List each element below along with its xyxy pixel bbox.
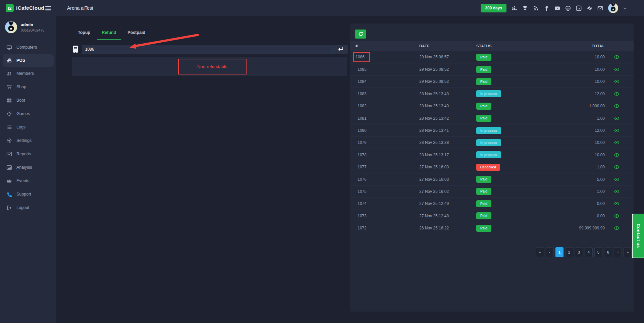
previous-page-button[interactable]: ‹	[546, 247, 554, 257]
eye-icon	[614, 226, 620, 230]
rss-icon[interactable]	[533, 5, 539, 11]
last-page-button[interactable]: »	[624, 247, 632, 257]
refund-search-row	[72, 45, 348, 54]
view-order-button[interactable]	[614, 116, 620, 121]
order-date: 27 Nov 25 16:02	[419, 189, 476, 194]
order-total: 10.00	[554, 67, 605, 72]
next-page-button[interactable]: ›	[614, 247, 622, 257]
facebook-icon[interactable]	[544, 5, 549, 11]
order-row: 107327 Nov 25 12:48Paid0.00	[350, 210, 634, 222]
computers-icon	[6, 45, 12, 50]
user-avatar[interactable]: ★	[608, 3, 618, 13]
status-badge: Paid	[476, 212, 491, 219]
order-total: 1.00	[554, 116, 605, 121]
view-order-button[interactable]	[614, 165, 620, 169]
order-total: 1.00	[554, 189, 605, 194]
order-row: 107226 Nov 25 16:22Paid99,999,999.99	[350, 222, 634, 234]
sidebar-item-label: Support	[16, 192, 31, 197]
sidebar-item-label: Analysis	[16, 165, 32, 170]
order-row: 107627 Nov 25 16:03Paid5.00	[350, 173, 634, 185]
contact-us-button[interactable]: Contact us	[632, 214, 644, 258]
youtube-icon[interactable]	[554, 5, 560, 11]
icafe-icon[interactable]: i2	[576, 5, 582, 11]
view-order-button[interactable]	[614, 92, 620, 96]
brand-block: i2 iCafeCloud	[0, 4, 56, 12]
view-order-button[interactable]	[614, 226, 620, 230]
svg-text:★: ★	[9, 26, 13, 31]
status-badge: Cancelled	[476, 164, 500, 171]
leaderboard-icon[interactable]	[512, 5, 517, 11]
eye-icon	[614, 67, 620, 72]
order-row: 108228 Nov 25 13:43Paid1,000.00	[350, 100, 634, 112]
view-order-button[interactable]	[614, 214, 620, 218]
sidebar-user[interactable]: ★ admin 005193482475	[0, 16, 56, 38]
view-order-button[interactable]	[614, 177, 620, 182]
order-id: 1073	[358, 214, 367, 218]
sidebar-item-games[interactable]: Games	[0, 107, 56, 120]
pos-icon	[6, 58, 12, 63]
page-button-5[interactable]: 5	[594, 247, 602, 257]
view-order-button[interactable]	[614, 140, 620, 145]
menu-toggle-icon[interactable]	[45, 6, 51, 10]
page-button-3[interactable]: 3	[575, 247, 583, 257]
order-search-input[interactable]	[82, 45, 332, 54]
view-order-button[interactable]	[614, 67, 620, 72]
sidebar-item-pos[interactable]: POS	[3, 54, 54, 67]
sidebar-item-label: Reports	[16, 152, 31, 156]
orders-table-header: # DATE STATUS TOTAL	[350, 41, 634, 51]
app-logo[interactable]: i2 iCafeCloud	[6, 4, 44, 12]
view-order-button[interactable]	[614, 128, 620, 133]
page-button-1[interactable]: 1	[555, 247, 564, 257]
view-order-button[interactable]	[614, 201, 620, 206]
status-badge: Paid	[476, 225, 491, 232]
sidebar-item-analysis[interactable]: Analysis	[0, 161, 56, 174]
order-date: 27 Nov 25 12:48	[419, 214, 476, 218]
view-order-button[interactable]	[614, 189, 620, 194]
tab-refund[interactable]: Refund	[97, 27, 121, 40]
view-order-button[interactable]	[614, 79, 620, 84]
eye-icon	[614, 140, 620, 145]
view-order-button[interactable]	[614, 104, 620, 108]
order-total: 10.00	[554, 55, 605, 59]
main-content: TopupRefundPostpaid Non-refundable	[56, 16, 644, 323]
order-id: 1075	[358, 189, 367, 194]
eye-icon	[614, 79, 620, 84]
sidebar-item-boot[interactable]: Boot	[0, 94, 56, 107]
submit-search-button[interactable]	[333, 45, 348, 54]
order-date: 28 Nov 25 13:41	[419, 128, 476, 133]
sidebar-item-logs[interactable]: Logs	[0, 120, 56, 134]
sidebar-item-members[interactable]: Members	[0, 67, 56, 80]
sidebar-item-events[interactable]: Events	[0, 174, 56, 187]
view-order-button[interactable]	[614, 153, 620, 157]
sidebar-item-reports[interactable]: Reports	[0, 147, 56, 161]
order-row: 107928 Nov 25 13:38In process10.00	[350, 137, 634, 149]
chevron-down-icon[interactable]	[623, 5, 627, 11]
members-icon	[6, 71, 12, 76]
view-order-button[interactable]	[614, 55, 620, 59]
sidebar-item-support[interactable]: Support	[0, 187, 56, 201]
tab-postpaid[interactable]: Postpaid	[123, 27, 150, 40]
col-id: #	[356, 44, 419, 48]
status-badge: Paid	[476, 200, 491, 207]
refresh-button[interactable]	[355, 30, 366, 39]
order-id: 1082	[358, 104, 367, 108]
tab-topup[interactable]: Topup	[73, 27, 95, 40]
top-bar: i2 iCafeCloud Arena aiTest 309 days i2 ★	[0, 0, 644, 16]
page-button-6[interactable]: 6	[604, 247, 612, 257]
page-title: Arena aiTest	[67, 5, 93, 11]
trophy-icon[interactable]	[522, 5, 528, 11]
sidebar-item-computers[interactable]: Computers	[0, 41, 56, 54]
sidebar-item-shop[interactable]: Shop	[0, 80, 56, 94]
globe-icon[interactable]	[565, 5, 571, 11]
page-button-4[interactable]: 4	[585, 247, 593, 257]
eye-icon	[614, 165, 620, 169]
first-page-button[interactable]: «	[536, 247, 544, 257]
sidebar-item-settings[interactable]: Settings	[0, 134, 56, 147]
mail-icon[interactable]	[597, 5, 603, 11]
sidebar-item-label: Logout	[16, 205, 29, 210]
page-button-2[interactable]: 2	[565, 247, 573, 257]
license-days-badge: 309 days	[481, 4, 506, 12]
order-id: 1084	[358, 79, 367, 84]
sidebar-item-logout[interactable]: Logout	[0, 201, 56, 214]
reviews-icon[interactable]	[587, 5, 592, 11]
